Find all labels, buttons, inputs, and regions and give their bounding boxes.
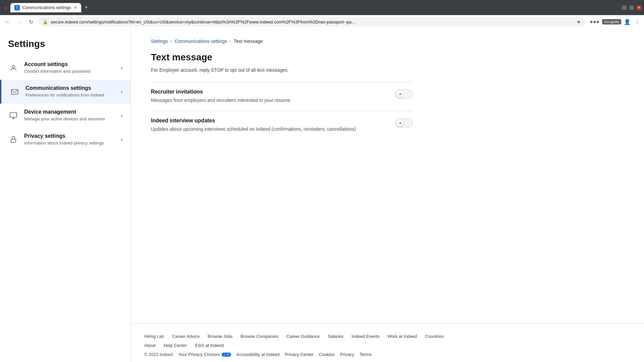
privacy-chevron-icon: › [121, 136, 122, 142]
toggle-track[interactable]: ✕ [395, 89, 413, 99]
toggle-thumb: ✕ [397, 91, 404, 98]
footer-career-advice[interactable]: Career Advice [172, 334, 200, 339]
sidebar-item-device[interactable]: Device management Manage your active dev… [0, 104, 130, 127]
recruiter-invitations-row: Recruiter invitations Messages from empl… [151, 82, 413, 111]
refresh-btn[interactable]: ↻ [27, 17, 35, 26]
footer-cookies[interactable]: Cookies [319, 352, 334, 357]
sidebar-item-account[interactable]: Account settings Contact information and… [0, 56, 130, 80]
device-management-title: Device management [24, 109, 115, 115]
sidebar-title: Settings [0, 35, 130, 56]
account-chevron-icon: › [121, 65, 122, 71]
footer-links-row1: Hiring Lab Career Advice Browse Jobs Bro… [144, 334, 631, 339]
close-btn[interactable]: ✕ [637, 5, 641, 10]
privacy-check-icon: ✓ [223, 353, 226, 356]
privacy-badge: ✓ ✕ [222, 353, 231, 357]
tab-close-btn[interactable]: ✕ [74, 5, 77, 10]
privacy-settings-subtitle: Information about Indeed privacy setting… [24, 140, 115, 146]
account-settings-title: Account settings [24, 61, 115, 67]
footer-indeed-events[interactable]: Indeed Events [352, 334, 379, 339]
sidebar: Settings Account settings Contact inform… [0, 28, 131, 362]
browser-tab[interactable]: I Communications settings ✕ [10, 3, 81, 12]
interview-updates-info: Indeed interview updates Updates about u… [151, 118, 387, 133]
account-settings-content: Account settings Contact information and… [24, 61, 115, 74]
interview-updates-title: Indeed interview updates [151, 118, 387, 124]
forward-btn[interactable]: → [15, 17, 24, 26]
recruiter-invitations-info: Recruiter invitations Messages from empl… [151, 89, 387, 104]
footer-privacy-center[interactable]: Privacy Center [285, 352, 313, 357]
footer-work-at-indeed[interactable]: Work at Indeed [387, 334, 417, 339]
tab-back-btn[interactable]: ‹ [3, 4, 8, 12]
footer-browse-jobs[interactable]: Browse Jobs [208, 334, 232, 339]
toggle-track-2[interactable]: ✕ [395, 118, 413, 128]
breadcrumb-communications-link[interactable]: Communications settings [175, 39, 227, 44]
footer-links-row2: About Help Center ESG at Indeed [144, 343, 631, 348]
device-management-subtitle: Manage your active devices and sessions [24, 116, 115, 122]
sidebar-item-communications[interactable]: Communications settings Preferences for … [0, 80, 130, 104]
minimize-btn[interactable]: — [622, 5, 627, 10]
footer-esg[interactable]: ESG at Indeed [195, 343, 223, 348]
footer-bottom: © 2023 Indeed Your Privacy Choices ✓ ✕ A… [144, 352, 631, 357]
main-content: Settings › Communications settings › Tex… [131, 28, 433, 323]
new-tab-btn[interactable]: + [81, 2, 92, 13]
tab-favicon: I [14, 5, 20, 10]
footer-career-guidance[interactable]: Career Guidance [286, 334, 320, 339]
interview-updates-toggle[interactable]: ✕ [395, 118, 413, 128]
window-controls: — □ ✕ [622, 5, 641, 10]
footer-browse-companies[interactable]: Browse Companies [240, 334, 278, 339]
communications-settings-subtitle: Preferences for notifications from Indee… [25, 92, 115, 98]
extension-btn[interactable]: ●●● [588, 17, 601, 26]
breadcrumb-sep-2: › [230, 39, 231, 44]
svg-rect-2 [10, 113, 17, 117]
footer-accessibility[interactable]: Accessibility at Indeed [236, 352, 280, 357]
url-text: secure.indeed.com/settings/notifications… [51, 19, 574, 24]
back-btn[interactable]: ← [3, 17, 12, 26]
communications-chevron-icon: › [121, 89, 122, 95]
recruiter-invitations-description: Messages from employers and recruiters i… [151, 97, 387, 104]
footer-salaries[interactable]: Salaries [328, 334, 343, 339]
address-bar-actions: ★ [577, 19, 581, 24]
menu-btn[interactable]: ⋮ [633, 17, 641, 26]
communications-settings-title: Communications settings [25, 85, 115, 91]
privacy-x-icon: ✕ [227, 353, 229, 356]
footer: Hiring Lab Career Advice Browse Jobs Bro… [131, 323, 644, 362]
communications-settings-content: Communications settings Preferences for … [25, 85, 115, 98]
page-title: Text message [151, 52, 413, 63]
footer-privacy[interactable]: Privacy [340, 352, 354, 357]
breadcrumb-sep-1: › [171, 39, 172, 44]
device-management-content: Device management Manage your active dev… [24, 109, 115, 122]
breadcrumb-current: Text message [234, 39, 263, 44]
footer-hiring-lab[interactable]: Hiring Lab [144, 334, 164, 339]
browser-titlebar: ‹ I Communications settings ✕ + — □ ✕ [0, 0, 644, 15]
footer-countries[interactable]: Countries [425, 334, 444, 339]
bookmark-icon[interactable]: ★ [577, 19, 581, 24]
svg-point-0 [12, 65, 15, 68]
svg-rect-1 [11, 89, 18, 94]
interview-updates-row: Indeed interview updates Updates about u… [151, 111, 413, 139]
footer-terms[interactable]: Terms [360, 352, 371, 357]
sidebar-item-privacy[interactable]: Privacy settings Information about Indee… [0, 128, 130, 152]
recruiter-invitations-toggle[interactable]: ✕ [395, 89, 413, 99]
breadcrumb: Settings › Communications settings › Tex… [151, 39, 413, 44]
address-bar[interactable]: 🔒 secure.indeed.com/settings/notificatio… [38, 17, 586, 26]
svg-rect-3 [11, 139, 16, 142]
account-settings-subtitle: Contact information and password [24, 68, 115, 74]
footer-about[interactable]: About [144, 343, 156, 348]
maximize-btn[interactable]: □ [629, 5, 634, 10]
profile-btn[interactable]: 👤 [623, 17, 632, 26]
tab-title: Communications settings [22, 5, 71, 10]
footer-help-center[interactable]: Help Center [164, 343, 187, 348]
address-bar-row: ← → ↻ 🔒 secure.indeed.com/settings/notif… [0, 15, 644, 28]
footer-privacy-choices[interactable]: Your Privacy Choices ✓ ✕ [178, 352, 231, 357]
privacy-settings-content: Privacy settings Information about Indee… [24, 133, 115, 146]
privacy-choices-label: Your Privacy Choices [178, 352, 219, 357]
browser-chrome: ‹ I Communications settings ✕ + — □ ✕ ← … [0, 0, 644, 28]
page-container: Settings Account settings Contact inform… [0, 28, 644, 362]
privacy-settings-title: Privacy settings [24, 133, 115, 139]
device-chevron-icon: › [121, 113, 122, 119]
incognito-badge: Incognito [602, 19, 621, 24]
person-icon [8, 63, 19, 73]
interview-updates-description: Updates about upcoming interviews schedu… [151, 126, 387, 133]
monitor-icon [8, 110, 19, 121]
tab-bar: I Communications settings ✕ + [10, 2, 620, 13]
breadcrumb-settings-link[interactable]: Settings [151, 39, 168, 44]
